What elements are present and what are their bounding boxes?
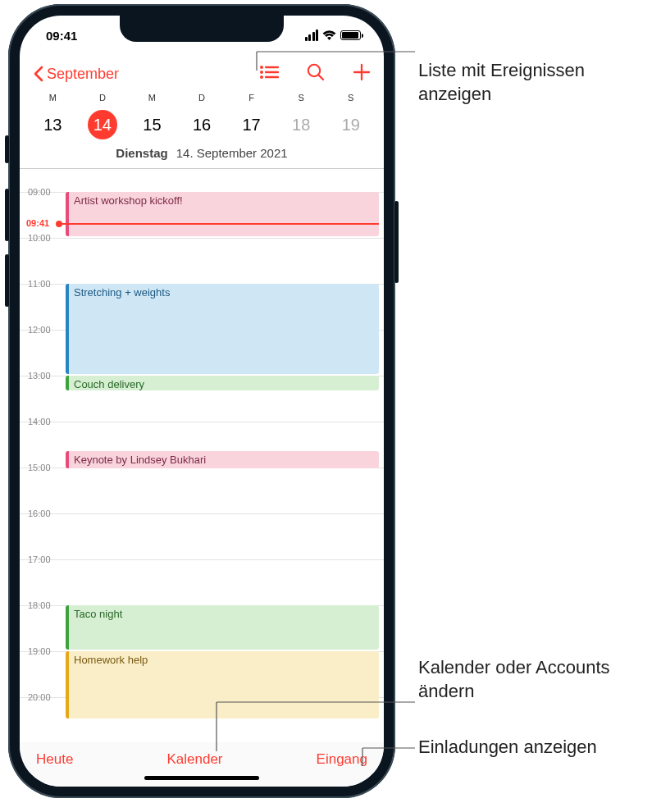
today-button[interactable]: Heute — [36, 751, 73, 768]
day-column: S19 — [326, 93, 376, 139]
date-full: 14. September 2021 — [176, 146, 288, 160]
event[interactable]: Couch delivery — [66, 376, 379, 390]
now-label: 09:41 — [26, 217, 49, 229]
timeline[interactable]: 09:0010:0011:0012:0013:0014:0015:0016:00… — [20, 168, 384, 750]
event[interactable]: Taco night — [66, 605, 379, 650]
hour-line — [20, 513, 384, 514]
event[interactable]: Stretching + weights — [66, 284, 379, 374]
hour-label: 15:00 — [28, 463, 51, 472]
home-indicator[interactable] — [144, 776, 259, 780]
chevron-left-icon — [33, 66, 44, 82]
signal-icon — [305, 30, 319, 41]
event[interactable]: Homework help — [66, 651, 379, 718]
day-number[interactable]: 13 — [38, 110, 67, 139]
hour-line — [20, 559, 384, 560]
hour-label: 16:00 — [28, 509, 51, 518]
search-icon — [307, 63, 325, 81]
inbox-button[interactable]: Eingang — [317, 751, 367, 768]
date-header: Dienstag14. September 2021 — [20, 139, 384, 168]
weekday-label: D — [78, 93, 128, 103]
callout-invites: Einladungen anzeigen — [418, 736, 597, 760]
volume-down-button — [5, 254, 9, 307]
list-icon — [259, 65, 279, 80]
nav-bar: September — [20, 55, 384, 93]
callout-list: Liste mit Ereignissen anzeigen — [418, 59, 661, 106]
hour-label: 14:00 — [28, 417, 51, 427]
weekday-label: M — [28, 93, 78, 103]
day-number[interactable]: 15 — [137, 110, 166, 139]
hour-label: 10:00 — [28, 233, 51, 243]
screen: 09:41 September — [20, 16, 384, 787]
phone-frame: 09:41 September — [8, 4, 395, 798]
hour-line — [20, 238, 384, 239]
date-dow: Dienstag — [116, 146, 167, 160]
callout-cals: Kalender oder Accounts ändern — [418, 656, 661, 703]
back-label: September — [47, 66, 119, 83]
week-strip: M13D14M15D16F17S18S19 — [20, 93, 384, 139]
side-button — [5, 135, 9, 163]
status-time: 09:41 — [46, 29, 77, 43]
status-right — [305, 30, 362, 41]
day-column: F17 — [226, 93, 276, 139]
day-number[interactable]: 16 — [187, 110, 217, 139]
day-column: D14 — [78, 93, 128, 139]
day-number[interactable]: 19 — [336, 110, 366, 139]
hour-label: 20:00 — [28, 692, 51, 702]
hour-label: 09:00 — [28, 187, 51, 197]
now-indicator — [59, 223, 379, 225]
power-button — [394, 201, 399, 283]
day-column: M13 — [28, 93, 78, 139]
weekday-label: D — [177, 93, 227, 103]
calendars-button[interactable]: Kalender — [166, 751, 222, 768]
day-column: M15 — [127, 93, 177, 139]
hour-label: 17:00 — [28, 554, 51, 564]
event[interactable]: Artist workshop kickoff! — [66, 192, 379, 236]
svg-point-4 — [260, 75, 263, 79]
day-number[interactable]: 18 — [286, 110, 316, 139]
hour-label: 12:00 — [28, 325, 51, 335]
day-number[interactable]: 14 — [88, 110, 117, 139]
svg-point-2 — [260, 71, 263, 74]
add-button[interactable] — [353, 63, 371, 84]
back-button[interactable]: September — [33, 66, 119, 83]
hour-label: 13:00 — [28, 371, 51, 381]
volume-up-button — [5, 189, 9, 241]
battery-icon — [340, 30, 361, 40]
svg-line-7 — [319, 75, 324, 80]
hour-label: 18:00 — [28, 600, 51, 610]
search-button[interactable] — [307, 63, 325, 84]
weekday-label: S — [276, 93, 326, 103]
hour-label: 11:00 — [28, 279, 51, 289]
day-column: D16 — [177, 93, 227, 139]
day-number[interactable]: 17 — [237, 110, 267, 139]
hour-label: 19:00 — [28, 646, 51, 656]
weekday-label: F — [226, 93, 276, 103]
hour-line — [20, 422, 384, 422]
notch — [120, 16, 284, 42]
event[interactable]: Keynote by Lindsey Bukhari — [66, 451, 379, 468]
plus-icon — [353, 63, 371, 81]
weekday-label: S — [326, 93, 376, 103]
day-column: S18 — [276, 93, 326, 139]
list-view-button[interactable] — [259, 65, 279, 83]
weekday-label: M — [127, 93, 177, 103]
svg-point-0 — [260, 66, 263, 69]
wifi-icon — [322, 30, 336, 41]
